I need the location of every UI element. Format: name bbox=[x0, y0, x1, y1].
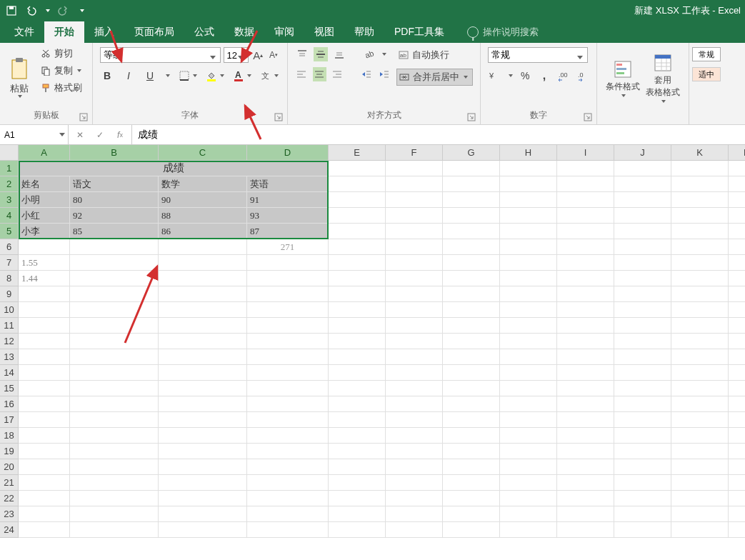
font-name-select[interactable]: 等线 bbox=[100, 47, 221, 63]
increase-font-size-button[interactable]: A▴ bbox=[251, 47, 264, 63]
cell[interactable] bbox=[557, 491, 614, 506]
cell[interactable] bbox=[386, 239, 443, 255]
tab-page-layout[interactable]: 页面布局 bbox=[124, 21, 184, 43]
cell[interactable]: 小红 bbox=[19, 208, 70, 224]
cell[interactable] bbox=[159, 239, 247, 255]
name-box[interactable]: A1 bbox=[0, 125, 69, 144]
cell[interactable] bbox=[443, 365, 500, 381]
tab-formulas[interactable]: 公式 bbox=[184, 21, 224, 43]
cell[interactable] bbox=[386, 208, 443, 224]
row-header-8[interactable]: 8 bbox=[0, 271, 19, 286]
cell[interactable] bbox=[500, 349, 557, 365]
cell[interactable] bbox=[557, 318, 614, 334]
column-header-L[interactable]: L bbox=[729, 145, 745, 161]
cell[interactable]: 88 bbox=[159, 208, 247, 224]
cell[interactable] bbox=[557, 475, 614, 491]
undo-dropdown[interactable] bbox=[46, 9, 50, 12]
cell-title-merged[interactable]: 成绩 bbox=[19, 161, 329, 176]
undo-button[interactable] bbox=[24, 4, 39, 18]
cell[interactable] bbox=[557, 271, 614, 286]
cell[interactable] bbox=[614, 428, 671, 444]
cell[interactable] bbox=[614, 475, 671, 491]
cell[interactable] bbox=[671, 255, 729, 271]
cell[interactable] bbox=[500, 255, 557, 271]
redo-button[interactable] bbox=[56, 4, 70, 18]
cell[interactable] bbox=[70, 506, 159, 522]
cell[interactable] bbox=[443, 381, 500, 396]
cell[interactable] bbox=[443, 428, 500, 444]
cell[interactable] bbox=[159, 286, 247, 302]
cell[interactable] bbox=[159, 255, 247, 271]
cell[interactable] bbox=[614, 459, 671, 475]
cell[interactable] bbox=[19, 475, 70, 491]
cell[interactable]: 271 bbox=[247, 239, 329, 255]
cell[interactable] bbox=[671, 428, 729, 444]
cell[interactable] bbox=[329, 381, 386, 396]
column-header-E[interactable]: E bbox=[329, 145, 386, 161]
cell[interactable] bbox=[329, 176, 386, 192]
cell[interactable] bbox=[500, 271, 557, 286]
cell[interactable] bbox=[614, 302, 671, 318]
cell[interactable] bbox=[19, 412, 70, 428]
cell[interactable] bbox=[19, 381, 70, 396]
orientation-dropdown[interactable] bbox=[382, 53, 386, 56]
cell[interactable] bbox=[671, 412, 729, 428]
font-color-button[interactable]: A bbox=[231, 69, 246, 83]
cell[interactable] bbox=[729, 208, 745, 224]
cell[interactable] bbox=[386, 302, 443, 318]
cell[interactable] bbox=[729, 239, 745, 255]
cell[interactable] bbox=[70, 334, 159, 349]
cell[interactable] bbox=[70, 271, 159, 286]
cell[interactable]: 英语 bbox=[247, 176, 329, 192]
cell[interactable] bbox=[614, 286, 671, 302]
tell-me-search[interactable]: 操作说明搜索 bbox=[467, 26, 539, 43]
cell[interactable] bbox=[671, 334, 729, 349]
cell[interactable] bbox=[557, 286, 614, 302]
cell[interactable] bbox=[329, 365, 386, 381]
cell[interactable] bbox=[500, 302, 557, 318]
row-header-24[interactable]: 24 bbox=[0, 522, 19, 538]
phonetic-button[interactable]: 文 bbox=[259, 69, 273, 83]
cell[interactable] bbox=[671, 522, 729, 538]
tab-help[interactable]: 帮助 bbox=[344, 21, 384, 43]
cell[interactable] bbox=[614, 365, 671, 381]
row-header-3[interactable]: 3 bbox=[0, 192, 19, 208]
number-dialog-launcher[interactable] bbox=[584, 113, 592, 121]
orientation-button[interactable]: ab bbox=[362, 47, 376, 61]
decrease-indent-button[interactable] bbox=[359, 67, 373, 81]
cell[interactable] bbox=[386, 522, 443, 538]
cell[interactable] bbox=[159, 381, 247, 396]
cell[interactable] bbox=[159, 334, 247, 349]
cell[interactable] bbox=[329, 208, 386, 224]
cell[interactable] bbox=[443, 176, 500, 192]
cell[interactable] bbox=[729, 255, 745, 271]
cell[interactable] bbox=[386, 192, 443, 208]
cell[interactable] bbox=[386, 475, 443, 491]
cell[interactable] bbox=[19, 459, 70, 475]
cell[interactable] bbox=[614, 255, 671, 271]
cell[interactable] bbox=[500, 365, 557, 381]
clipboard-dialog-launcher[interactable] bbox=[79, 113, 88, 121]
cell[interactable] bbox=[386, 271, 443, 286]
cell[interactable] bbox=[671, 491, 729, 506]
column-header-I[interactable]: I bbox=[557, 145, 614, 161]
row-header-11[interactable]: 11 bbox=[0, 318, 19, 334]
cell[interactable]: 姓名 bbox=[19, 176, 70, 192]
underline-button[interactable]: U bbox=[143, 69, 157, 83]
spreadsheet-grid[interactable]: ABCDEFGHIJKL 123456789101112131415161718… bbox=[0, 145, 745, 560]
decrease-font-size-button[interactable]: A▾ bbox=[267, 47, 280, 63]
cell[interactable] bbox=[671, 161, 729, 176]
cell[interactable] bbox=[329, 302, 386, 318]
cell[interactable] bbox=[614, 506, 671, 522]
increase-decimal-button[interactable]: .00 bbox=[556, 69, 570, 83]
cell[interactable] bbox=[671, 176, 729, 192]
cell[interactable] bbox=[247, 286, 329, 302]
underline-dropdown[interactable] bbox=[166, 74, 170, 77]
accept-formula-button[interactable]: ✓ bbox=[94, 129, 106, 141]
cell[interactable] bbox=[729, 176, 745, 192]
cell[interactable] bbox=[443, 208, 500, 224]
cell[interactable] bbox=[70, 381, 159, 396]
row-header-14[interactable]: 14 bbox=[0, 365, 19, 381]
cell[interactable] bbox=[557, 208, 614, 224]
column-header-A[interactable]: A bbox=[19, 145, 70, 161]
